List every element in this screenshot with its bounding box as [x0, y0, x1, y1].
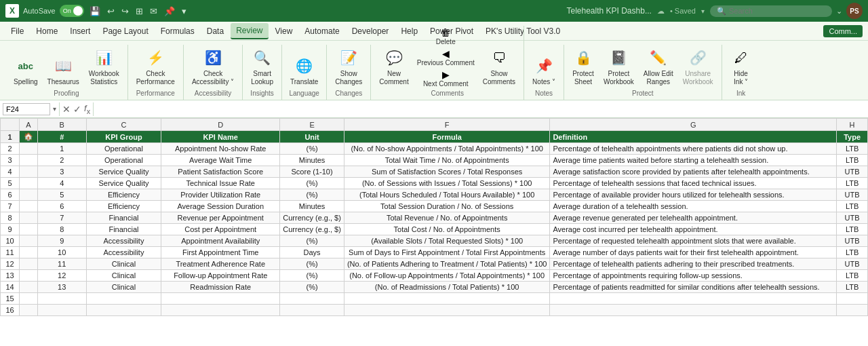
col-unit[interactable]: (%)	[280, 189, 344, 201]
saved-dropdown-icon[interactable]: ▾	[701, 7, 705, 15]
col-icon[interactable]	[20, 235, 38, 247]
col-header-c[interactable]: C	[86, 119, 161, 131]
col-formula[interactable]: (Total Hours Scheduled / Total Hours Ava…	[344, 189, 550, 201]
col-type[interactable]: LTB	[837, 143, 868, 155]
col-definition[interactable]: Percentage of telehealth appointments wh…	[550, 143, 837, 155]
col-unit[interactable]	[280, 305, 344, 316]
menu-home[interactable]: Home	[31, 24, 63, 39]
col-kpi-group[interactable]: Accessibility	[86, 235, 161, 247]
undo-icon[interactable]: ↩	[106, 5, 116, 18]
col-kpi-group[interactable]: Financial	[86, 212, 161, 224]
col-icon[interactable]	[20, 270, 38, 282]
col-kpi-group[interactable]	[86, 305, 161, 316]
col-icon[interactable]	[20, 189, 38, 201]
col-unit[interactable]: (%)	[280, 282, 344, 293]
notes-button[interactable]: 📌 Notes ˅	[528, 45, 559, 88]
more-tools-icon[interactable]: ▾	[180, 5, 188, 18]
menu-page-layout[interactable]: Page Layout	[97, 24, 153, 39]
col-formula[interactable]	[344, 293, 550, 305]
col-formula[interactable]: Formula	[344, 131, 550, 143]
col-unit[interactable]: Score (1-10)	[280, 166, 344, 178]
next-comment-button[interactable]: ▶ Next Comment	[414, 68, 477, 88]
col-kpi-name[interactable]: Average Session Duration	[161, 201, 280, 212]
redo-icon[interactable]: ↪	[120, 5, 130, 18]
col-number[interactable]: #	[37, 131, 86, 143]
col-number[interactable]: 4	[37, 178, 86, 189]
col-definition[interactable]: Percentage of appointments requiring fol…	[550, 270, 837, 282]
col-type[interactable]: LTB	[837, 178, 868, 189]
search-input[interactable]	[729, 7, 824, 15]
col-definition[interactable]: Average cost incurred per telehealth app…	[550, 224, 837, 235]
col-number[interactable]	[37, 293, 86, 305]
menu-data[interactable]: Data	[201, 24, 229, 39]
col-number[interactable]: 5	[37, 189, 86, 201]
col-formula[interactable]: Total Cost / No. of Appointments	[344, 224, 550, 235]
menu-insert[interactable]: Insert	[64, 24, 96, 39]
menu-review[interactable]: Review	[231, 23, 268, 39]
col-unit[interactable]: Minutes	[280, 201, 344, 212]
col-icon[interactable]	[20, 282, 38, 293]
col-formula[interactable]: (No. of Patients Adhering to Treatment /…	[344, 258, 550, 270]
col-kpi-name[interactable]: Appointment Availability	[161, 235, 280, 247]
protect-workbook-button[interactable]: 📓 ProtectWorkbook	[599, 45, 638, 88]
col-formula[interactable]: Total Wait Time / No. of Appointments	[344, 155, 550, 166]
col-definition[interactable]: Percentage of telehealth patients adheri…	[550, 258, 837, 270]
col-number[interactable]: 1	[37, 143, 86, 155]
col-type[interactable]: LTB	[837, 224, 868, 235]
col-formula[interactable]: (No. of Readmissions / Total Patients) *…	[344, 282, 550, 293]
comment-button[interactable]: Comm...	[823, 25, 863, 37]
col-definition[interactable]	[550, 293, 837, 305]
col-type[interactable]: LTB	[837, 270, 868, 282]
check-accessibility-button[interactable]: ♿ CheckAccessibility ˅	[188, 45, 238, 88]
col-kpi-name[interactable]: Cost per Appointment	[161, 224, 280, 235]
col-definition[interactable]: Average number of days patients wait for…	[550, 247, 837, 258]
col-header-b[interactable]: B	[37, 119, 86, 131]
protect-sheet-button[interactable]: 🔒 ProtectSheet	[568, 45, 598, 88]
col-kpi-name[interactable]	[161, 293, 280, 305]
col-definition[interactable]	[550, 305, 837, 316]
col-formula[interactable]: (Available Slots / Total Requested Slots…	[344, 235, 550, 247]
col-type[interactable]: Type	[837, 131, 868, 143]
col-definition[interactable]: Average revenue generated per telehealth…	[550, 212, 837, 224]
col-header-f[interactable]: F	[344, 119, 550, 131]
col-kpi-group[interactable]: Clinical	[86, 258, 161, 270]
col-unit[interactable]: Currency (e.g., $)	[280, 212, 344, 224]
col-number[interactable]: 2	[37, 155, 86, 166]
col-number[interactable]: 8	[37, 224, 86, 235]
col-kpi-group[interactable]: Service Quality	[86, 166, 161, 178]
allow-edit-ranges-button[interactable]: ✏️ Allow EditRanges	[639, 45, 677, 88]
cell-reference-input[interactable]	[3, 103, 50, 115]
col-icon[interactable]	[20, 293, 38, 305]
col-formula[interactable]: (No. of No-show Appointments / Total App…	[344, 143, 550, 155]
col-definition[interactable]: Percentage of requested telehealth appoi…	[550, 235, 837, 247]
col-unit[interactable]: (%)	[280, 235, 344, 247]
col-formula[interactable]	[344, 305, 550, 316]
previous-comment-button[interactable]: ◀ Previous Comment	[414, 47, 477, 67]
col-type[interactable]: LTB	[837, 282, 868, 293]
confirm-formula-icon[interactable]: ✓	[73, 104, 81, 115]
col-kpi-name[interactable]: Provider Utilization Rate	[161, 189, 280, 201]
col-number[interactable]: 9	[37, 235, 86, 247]
pin-icon[interactable]: 📌	[163, 5, 176, 18]
email-icon[interactable]: ✉	[149, 5, 159, 18]
col-type[interactable]: LTB	[837, 155, 868, 166]
col-unit[interactable]	[280, 293, 344, 305]
show-comments-button[interactable]: 🗨 ShowComments	[479, 45, 519, 88]
col-kpi-name[interactable]: Treatment Adherence Rate	[161, 258, 280, 270]
menu-view[interactable]: View	[270, 24, 298, 39]
col-unit[interactable]: Days	[280, 247, 344, 258]
new-comment-button[interactable]: 💬 NewComment	[375, 45, 412, 88]
col-formula[interactable]: (No. of Follow-up Appointments / Total A…	[344, 270, 550, 282]
col-definition[interactable]: Percentage of available provider hours u…	[550, 189, 837, 201]
col-kpi-name[interactable]: Readmission Rate	[161, 282, 280, 293]
unshare-workbook-button[interactable]: 🔗 UnshareWorkbook	[679, 45, 717, 88]
col-kpi-group[interactable]: Operational	[86, 143, 161, 155]
col-icon[interactable]	[20, 224, 38, 235]
hide-ink-button[interactable]: 🖊 HideInk ˅	[726, 45, 756, 88]
col-header-a[interactable]: A	[20, 119, 38, 131]
col-kpi-name[interactable]: Technical Issue Rate	[161, 178, 280, 189]
col-icon[interactable]	[20, 143, 38, 155]
col-definition[interactable]: Percentage of telehealth sessions that f…	[550, 178, 837, 189]
col-icon[interactable]	[20, 258, 38, 270]
check-performance-button[interactable]: ⚡ CheckPerformance	[132, 45, 179, 88]
